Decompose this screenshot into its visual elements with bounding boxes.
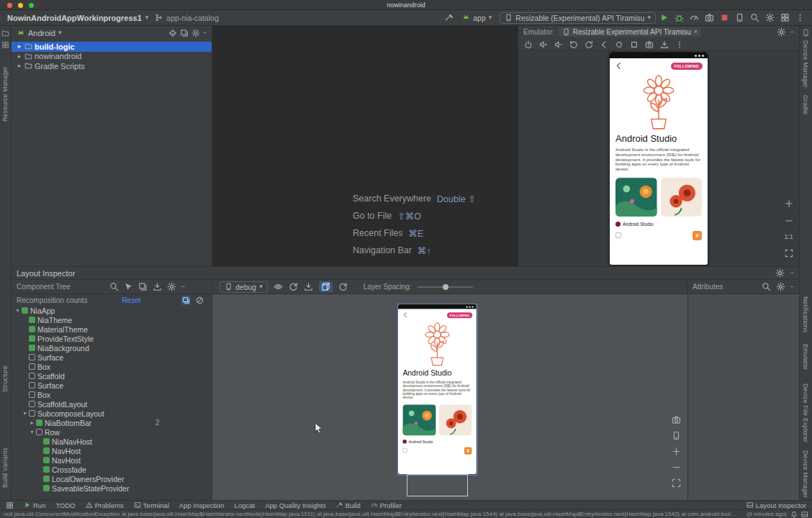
run-config-select[interactable]: app ▾	[458, 13, 496, 23]
status-message[interactable]: null java.util.ConcurrentModificationExc…	[4, 511, 743, 517]
tool-tab-profiler[interactable]: Profiler	[371, 501, 402, 509]
rotate-left-icon[interactable]	[569, 40, 578, 49]
export-icon[interactable]	[153, 282, 162, 291]
play-icon[interactable]	[659, 13, 669, 22]
stripe-emulator[interactable]: Emulator	[802, 344, 809, 370]
tree-node-localownersprovider[interactable]: LocalOwnersProvider	[12, 474, 212, 483]
reset-view-icon[interactable]	[338, 282, 348, 291]
camera-icon[interactable]	[705, 13, 714, 22]
tree-node-scaffold[interactable]: Scaffold	[12, 371, 212, 381]
tree-node-navhost[interactable]: NavHost	[12, 455, 212, 465]
minimize-window-button[interactable]	[18, 3, 23, 8]
chevron-right-icon[interactable]: ▸	[17, 53, 22, 60]
build-icon[interactable]	[445, 13, 454, 22]
device-select[interactable]: Resizable (Experimental) API Tiramisu ▾	[500, 12, 656, 24]
gear-icon[interactable]	[167, 282, 176, 291]
home-icon[interactable]	[615, 40, 623, 49]
editor-area[interactable]: Search EverywhereDouble ⇧Go to File⇧⌘ORe…	[212, 26, 518, 266]
tree-node-crossfade[interactable]: Crossfade	[12, 465, 212, 474]
tree-node-materialtheme[interactable]: MaterialTheme	[12, 324, 212, 334]
disable-counts-icon[interactable]	[195, 296, 204, 305]
zoom-actual-size-button[interactable]: 1:1	[784, 234, 793, 240]
device-icon[interactable]	[735, 13, 744, 22]
tree-node-navhost[interactable]: NavHost	[12, 446, 212, 455]
news-image-2[interactable]	[438, 404, 472, 435]
project-name[interactable]: NowinAndroidAppWorkinprogress1	[7, 14, 142, 22]
news-image-2[interactable]	[661, 178, 703, 217]
more-icon[interactable]	[675, 40, 684, 49]
tool-tab-run[interactable]: Run	[24, 501, 45, 509]
tree-node-box[interactable]: Box	[12, 362, 212, 371]
search-icon[interactable]	[109, 282, 119, 291]
process-select[interactable]: debug ▾	[220, 281, 268, 293]
stripe-device-file-explorer[interactable]: Device File Explorer	[802, 383, 809, 442]
stripe-resource-manager[interactable]: Resource Manager	[1, 66, 9, 122]
news-image-1[interactable]	[615, 178, 657, 217]
select-opened-file-icon[interactable]	[168, 29, 177, 37]
git-branch-icon[interactable]	[155, 14, 163, 22]
tree-node-saveablestateprovider[interactable]: SaveableStateProvider	[12, 483, 212, 493]
stop-icon[interactable]	[720, 13, 729, 22]
plus-icon[interactable]	[672, 447, 681, 456]
chevron-down-icon[interactable]: ▾	[29, 429, 35, 435]
tree-node-row[interactable]: ▾Row	[12, 427, 212, 437]
hide-panel-icon[interactable]: −	[790, 29, 794, 35]
search-icon[interactable]	[750, 13, 759, 22]
gauge-icon[interactable]	[690, 13, 699, 22]
emulator-tab[interactable]: Resizable Experimental API Tiramisu ×	[559, 27, 701, 37]
snapshot-icon[interactable]	[660, 40, 669, 49]
hide-panel-icon[interactable]: −	[790, 270, 794, 276]
chevron-down-icon[interactable]: ▾	[14, 307, 21, 314]
tree-node-box[interactable]: Box	[12, 390, 212, 399]
news-image-1[interactable]	[402, 404, 436, 435]
collapse-all-icon[interactable]	[180, 29, 189, 37]
chevron-right-icon[interactable]: ▸	[17, 43, 22, 50]
chevron-right-icon[interactable]: ▸	[29, 419, 35, 426]
component-picker-icon[interactable]	[124, 282, 133, 291]
follow-chip[interactable]: FOLLOWING	[447, 312, 472, 318]
camera-icon[interactable]	[672, 415, 681, 424]
project-item-gradle-scripts[interactable]: ▸ Gradle Scripts	[12, 61, 212, 71]
fit-icon[interactable]	[672, 478, 681, 488]
tree-node-surface[interactable]: Surface	[12, 353, 212, 362]
device-icon[interactable]	[672, 431, 681, 440]
gear-icon[interactable]	[191, 29, 200, 37]
back-arrow-icon[interactable]	[402, 312, 409, 318]
plus-icon[interactable]	[785, 199, 793, 208]
layout-icon[interactable]	[801, 511, 808, 518]
tree-node-niabottombar[interactable]: ▸NiaBottomBar2	[12, 418, 212, 427]
topic-tag-chip[interactable]: #	[464, 447, 472, 454]
slider-thumb[interactable]	[443, 284, 448, 290]
chevron-down-icon[interactable]: ▾	[58, 29, 62, 36]
toggle-3d-mode-button[interactable]	[319, 281, 333, 292]
inspector-device-render[interactable]: FOLLOWING	[398, 304, 477, 475]
layer-spacing-slider[interactable]	[417, 283, 473, 291]
project-item-nowinandroid[interactable]: ▸ nowinandroid	[12, 52, 212, 62]
follow-chip[interactable]: FOLLOWING	[671, 63, 703, 70]
volume-up-icon[interactable]	[539, 40, 548, 49]
tool-tab-app-quality-insights[interactable]: App Quality Insights	[265, 501, 326, 509]
hide-icon[interactable]: −	[181, 283, 185, 290]
tool-tab-todo[interactable]: TODO	[55, 501, 75, 509]
tree-node-providetextstyle[interactable]: ProvideTextStyle	[12, 334, 212, 343]
minus-icon[interactable]	[785, 217, 793, 225]
close-window-button[interactable]	[7, 3, 12, 8]
back-arrow-icon[interactable]	[615, 62, 623, 70]
emulator-screen[interactable]: FOLLOWING	[610, 53, 708, 265]
back-icon[interactable]	[600, 40, 608, 49]
minus-icon[interactable]	[672, 463, 681, 472]
volume-down-icon[interactable]	[554, 40, 563, 49]
fit-icon[interactable]	[785, 249, 793, 258]
tree-node-niatheme[interactable]: NiaTheme	[12, 315, 212, 324]
emulator-device[interactable]: FOLLOWING	[610, 53, 708, 265]
device-stripe-icon[interactable]	[802, 29, 810, 37]
search-icon[interactable]	[762, 282, 771, 291]
chevron-right-icon[interactable]: ▸	[17, 63, 22, 69]
fullscreen-window-button[interactable]	[29, 3, 34, 8]
stripe-gradle[interactable]: Gradle	[802, 95, 809, 114]
stripe-structure[interactable]: Structure	[1, 365, 9, 392]
tree-node-niaapp[interactable]: ▾NiaApp	[12, 306, 212, 315]
gear-icon[interactable]	[765, 13, 775, 22]
live-updates-icon[interactable]	[274, 282, 283, 291]
topic-tag-chip[interactable]: #	[693, 231, 702, 240]
